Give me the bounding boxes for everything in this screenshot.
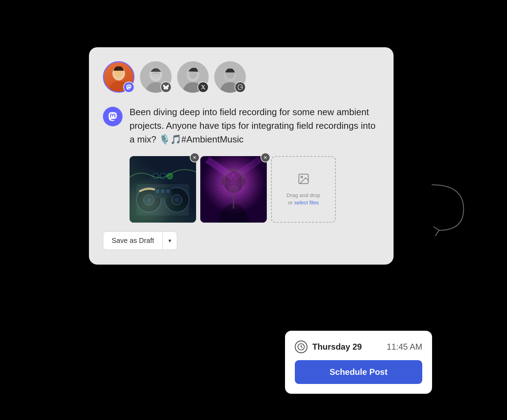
- svg-rect-9: [137, 184, 189, 216]
- svg-rect-19: [166, 189, 170, 193]
- svg-point-11: [144, 195, 154, 205]
- schedule-time: 11:45 AM: [387, 342, 422, 352]
- platform-icon-mastodon: [103, 107, 123, 126]
- svg-point-21: [153, 173, 159, 179]
- schedule-post-button[interactable]: Schedule Post: [295, 360, 422, 384]
- svg-point-12: [147, 198, 151, 202]
- svg-point-34: [301, 176, 303, 178]
- svg-point-15: [175, 198, 179, 202]
- svg-rect-17: [156, 189, 159, 193]
- image-item-1: ✕: [130, 156, 196, 223]
- image-item-2: ✕: [200, 156, 267, 223]
- svg-line-32: [234, 160, 260, 177]
- schedule-card: Thursday 29 11:45 AM Schedule Post: [285, 331, 432, 394]
- content-area: Been diving deep into field recording fo…: [103, 105, 380, 223]
- save-draft-button[interactable]: Save as Draft ▾: [103, 231, 177, 250]
- svg-rect-28: [242, 179, 246, 185]
- arrow-decoration: [429, 181, 471, 239]
- avatar-mastodon-item[interactable]: [103, 61, 134, 93]
- image-thumb-1: [130, 156, 196, 223]
- schedule-time-row: Thursday 29 11:45 AM: [295, 341, 422, 353]
- svg-rect-24: [200, 156, 267, 223]
- svg-point-22: [160, 173, 166, 179]
- svg-point-10: [137, 188, 161, 212]
- bottom-controls: Save as Draft ▾: [103, 231, 177, 250]
- post-body: Been diving deep into field recording fo…: [130, 105, 380, 223]
- select-files-link[interactable]: select files: [294, 200, 319, 205]
- svg-rect-30: [228, 186, 239, 193]
- bluesky-badge: [160, 82, 172, 93]
- main-card: Been diving deep into field recording fo…: [89, 47, 394, 265]
- mastodon-badge: [123, 82, 134, 93]
- drop-zone[interactable]: Drag and drop or select files: [271, 156, 336, 223]
- remove-image-2-button[interactable]: ✕: [261, 153, 270, 162]
- avatars-row: [103, 61, 380, 93]
- post-text: Been diving deep into field recording fo…: [130, 105, 380, 146]
- svg-rect-8: [130, 156, 196, 223]
- svg-line-31: [207, 160, 234, 177]
- drop-zone-text: Drag and drop or select files: [287, 191, 320, 206]
- images-row: ✕: [130, 156, 380, 223]
- clock-icon: [295, 341, 307, 353]
- remove-image-1-button[interactable]: ✕: [190, 153, 200, 162]
- svg-point-13: [165, 188, 189, 212]
- svg-rect-27: [221, 179, 225, 185]
- schedule-date: Thursday 29: [312, 342, 362, 352]
- avatar-threads-item[interactable]: [214, 61, 246, 93]
- drop-text-line2: or: [288, 200, 293, 205]
- image-placeholder-icon: [297, 173, 310, 188]
- svg-point-23: [167, 173, 173, 179]
- save-draft-chevron-icon: ▾: [163, 232, 177, 249]
- svg-rect-20: [149, 170, 177, 182]
- x-badge: [197, 82, 209, 93]
- threads-badge: [235, 82, 246, 93]
- svg-rect-25: [200, 156, 267, 223]
- scene: Been diving deep into field recording fo…: [78, 26, 429, 394]
- avatar-bluesky-item[interactable]: [140, 61, 172, 93]
- image-thumb-2: [200, 156, 267, 223]
- svg-point-14: [172, 195, 182, 205]
- svg-rect-16: [154, 188, 172, 198]
- svg-point-26: [224, 172, 243, 193]
- save-draft-label: Save as Draft: [103, 232, 163, 250]
- svg-rect-18: [161, 189, 165, 193]
- drop-text-line1: Drag and drop: [287, 192, 320, 198]
- avatar-x-item[interactable]: [177, 61, 209, 93]
